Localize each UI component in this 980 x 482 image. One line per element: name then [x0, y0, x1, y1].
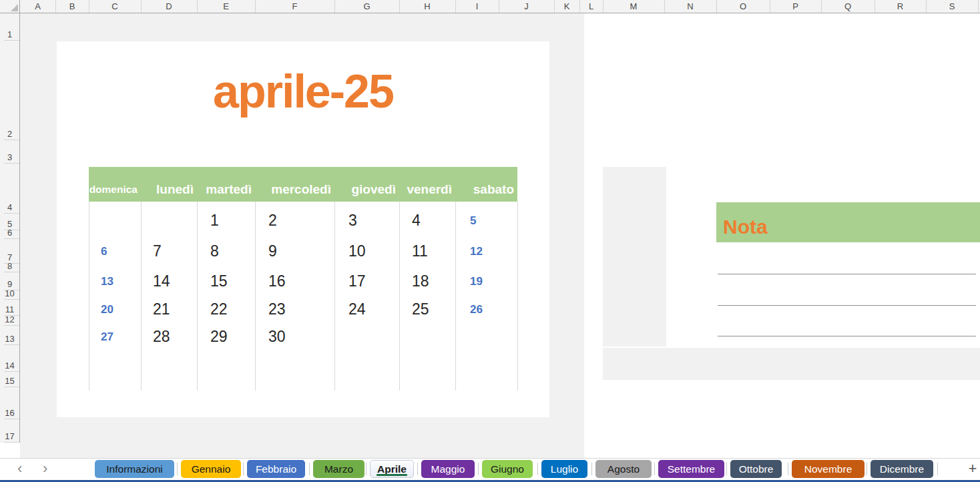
- date-cell-26[interactable]: 26: [470, 303, 483, 316]
- day-header-lunedi[interactable]: lunedì: [141, 167, 197, 202]
- date-cell-11[interactable]: 11: [412, 242, 428, 260]
- tab-separator: [417, 463, 418, 475]
- sheet-tab-agosto[interactable]: Agosto: [595, 460, 652, 478]
- row-header-10[interactable]: 10: [0, 288, 19, 298]
- column-divider: [770, 0, 770, 13]
- column-header-G[interactable]: G: [334, 0, 399, 13]
- column-header-P[interactable]: P: [770, 0, 821, 13]
- calendar-title[interactable]: aprile-25: [57, 60, 549, 123]
- date-cell-29[interactable]: 29: [210, 328, 228, 346]
- day-header-mercoledi[interactable]: mercoledì: [255, 167, 334, 202]
- date-cell-3[interactable]: 3: [348, 212, 357, 230]
- date-cell-28[interactable]: 28: [153, 328, 170, 346]
- row-header-3[interactable]: 3: [0, 152, 19, 162]
- row-header-16[interactable]: 16: [0, 408, 19, 418]
- date-cell-10[interactable]: 10: [348, 242, 366, 260]
- row-header-1[interactable]: 1: [0, 29, 19, 39]
- date-cell-13[interactable]: 13: [101, 275, 113, 288]
- date-cell-18[interactable]: 18: [412, 272, 429, 290]
- row-header-2[interactable]: 2: [0, 129, 19, 139]
- sheet-tab-marzo[interactable]: Marzo: [313, 460, 364, 478]
- sheet-tab-settembre[interactable]: Settembre: [658, 460, 724, 478]
- date-cell-9[interactable]: 9: [268, 242, 277, 260]
- date-cell-4[interactable]: 4: [412, 212, 421, 230]
- column-divider: [197, 0, 198, 13]
- column-divider: [255, 0, 256, 13]
- date-cell-25[interactable]: 25: [412, 300, 429, 318]
- row-header-13[interactable]: 13: [0, 334, 19, 344]
- column-divider: [978, 0, 979, 13]
- column-header-K[interactable]: K: [554, 0, 579, 13]
- column-header-A[interactable]: A: [20, 0, 55, 13]
- column-header-O[interactable]: O: [716, 0, 770, 13]
- date-cell-1[interactable]: 1: [210, 212, 219, 230]
- date-cell-30[interactable]: 30: [268, 328, 286, 346]
- column-header-E[interactable]: E: [197, 0, 255, 13]
- column-header-S[interactable]: S: [926, 0, 978, 13]
- tab-separator: [177, 463, 178, 475]
- day-header-venerdi[interactable]: venerdì: [399, 167, 455, 202]
- row-divider: [4, 40, 19, 41]
- date-cell-27[interactable]: 27: [101, 330, 113, 344]
- sheet-tab-luglio[interactable]: Luglio: [541, 460, 587, 478]
- day-header-martedi[interactable]: martedì: [197, 167, 255, 202]
- column-header-Q[interactable]: Q: [821, 0, 875, 13]
- date-cell-2[interactable]: 2: [268, 212, 277, 230]
- row-divider: [4, 213, 19, 214]
- column-header-L[interactable]: L: [579, 0, 603, 13]
- date-cell-7[interactable]: 7: [153, 242, 162, 260]
- date-cell-20[interactable]: 20: [101, 303, 113, 316]
- date-cell-17[interactable]: 17: [348, 272, 366, 290]
- date-cell-24[interactable]: 24: [348, 300, 366, 318]
- column-header-D[interactable]: D: [141, 0, 197, 13]
- date-cell-16[interactable]: 16: [268, 272, 286, 290]
- select-all-button[interactable]: [0, 0, 20, 13]
- column-header-I[interactable]: I: [455, 0, 499, 13]
- column-header-B[interactable]: B: [55, 0, 89, 13]
- row-header-9[interactable]: 9: [0, 279, 19, 289]
- sheet-tab-novembre[interactable]: Novembre: [792, 460, 865, 478]
- sheet-tab-aprile[interactable]: Aprile: [370, 460, 414, 478]
- row-header-15[interactable]: 15: [0, 376, 19, 386]
- sheet-tab-ottobre[interactable]: Ottobre: [730, 460, 782, 478]
- sheet-tab-giugno[interactable]: Giugno: [482, 460, 533, 478]
- tab-separator: [537, 463, 538, 475]
- notes-header-band[interactable]: Nota: [716, 202, 980, 242]
- row-divider: [4, 272, 19, 272]
- row-divider: [4, 140, 19, 140]
- row-header-12[interactable]: 12: [0, 314, 19, 324]
- sheet-tab-dicembre[interactable]: Dicembre: [871, 460, 933, 478]
- column-divider: [554, 0, 555, 13]
- sheet-tab-maggio[interactable]: Maggio: [421, 460, 475, 478]
- column-header-R[interactable]: R: [875, 0, 926, 13]
- column-header-M[interactable]: M: [603, 0, 664, 13]
- date-cell-23[interactable]: 23: [268, 300, 286, 318]
- row-header-14[interactable]: 14: [0, 360, 19, 371]
- column-header-N[interactable]: N: [664, 0, 716, 13]
- date-cell-19[interactable]: 19: [470, 275, 483, 288]
- sheet-tab-gennaio[interactable]: Gennaio: [181, 460, 241, 478]
- row-header-4[interactable]: 4: [0, 202, 19, 212]
- date-cell-12[interactable]: 12: [470, 245, 483, 258]
- row-header-6[interactable]: 6: [0, 228, 19, 238]
- add-sheet-button[interactable]: +: [965, 459, 980, 479]
- column-header-H[interactable]: H: [399, 0, 455, 13]
- sheet-tab-informazioni[interactable]: Informazioni: [95, 460, 174, 478]
- column-header-F[interactable]: F: [255, 0, 334, 13]
- day-header-domenica[interactable]: domenica: [89, 167, 141, 202]
- date-cell-6[interactable]: 6: [101, 245, 107, 258]
- day-header-sabato[interactable]: sabato: [455, 167, 517, 202]
- date-cell-5[interactable]: 5: [470, 214, 476, 228]
- date-cell-15[interactable]: 15: [210, 272, 228, 290]
- row-header-8[interactable]: 8: [0, 261, 19, 271]
- column-header-C[interactable]: C: [89, 0, 141, 13]
- row-header-17[interactable]: 17: [0, 431, 19, 441]
- sheet-tab-febbraio[interactable]: Febbraio: [247, 460, 305, 478]
- date-cell-22[interactable]: 22: [210, 300, 228, 318]
- date-cell-8[interactable]: 8: [210, 242, 219, 260]
- column-header-J[interactable]: J: [499, 0, 554, 13]
- date-cell-14[interactable]: 14: [153, 272, 170, 290]
- day-header-giovedi[interactable]: giovedì: [334, 167, 399, 202]
- row-header-11[interactable]: 11: [0, 304, 19, 314]
- date-cell-21[interactable]: 21: [153, 300, 170, 318]
